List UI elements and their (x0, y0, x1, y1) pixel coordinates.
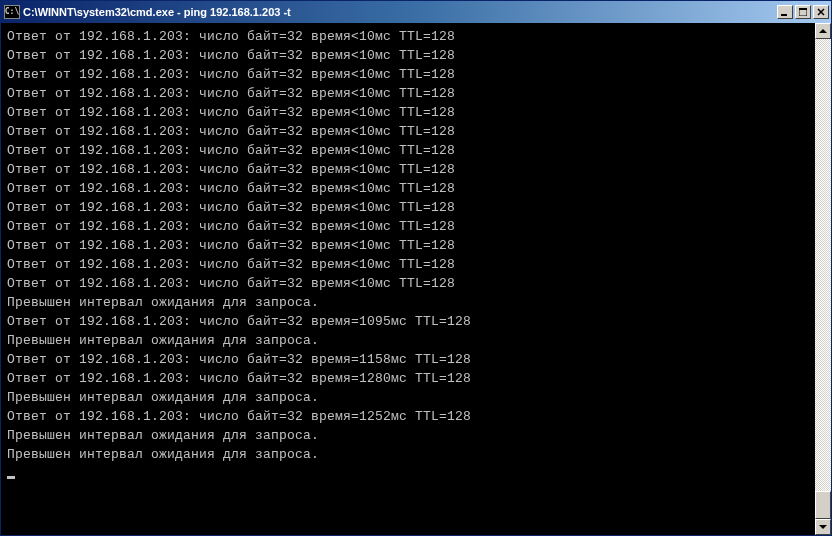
window-controls (777, 5, 829, 19)
console-output[interactable]: Ответ от 192.168.1.203: число байт=32 вр… (1, 23, 815, 535)
command-prompt-window: C:\ C:\WINNT\system32\cmd.exe - ping 192… (0, 0, 832, 536)
scroll-down-button[interactable] (815, 519, 831, 535)
svg-marker-3 (819, 29, 827, 33)
scroll-up-button[interactable] (815, 23, 831, 39)
maximize-button[interactable] (795, 5, 811, 19)
app-icon: C:\ (4, 5, 20, 19)
svg-rect-0 (781, 14, 787, 16)
scrollbar-track[interactable] (815, 39, 831, 519)
vertical-scrollbar[interactable] (815, 23, 831, 535)
close-button[interactable] (813, 5, 829, 19)
client-area: Ответ от 192.168.1.203: число байт=32 вр… (1, 23, 831, 535)
titlebar[interactable]: C:\ C:\WINNT\system32\cmd.exe - ping 192… (1, 1, 831, 23)
svg-marker-4 (819, 525, 827, 529)
text-cursor (7, 476, 15, 479)
minimize-button[interactable] (777, 5, 793, 19)
svg-rect-2 (799, 8, 807, 10)
scrollbar-thumb[interactable] (815, 491, 831, 519)
window-title: C:\WINNT\system32\cmd.exe - ping 192.168… (23, 6, 777, 18)
